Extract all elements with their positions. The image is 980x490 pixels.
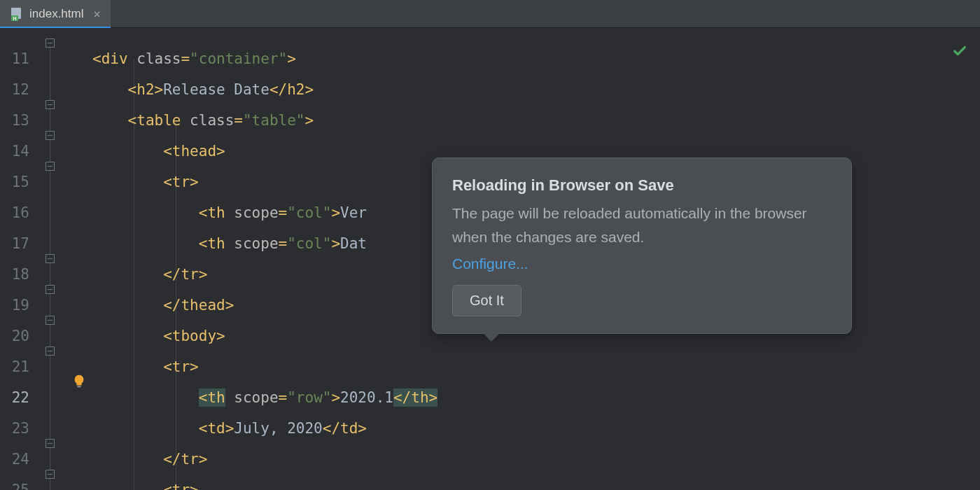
line-number[interactable]: 13 bbox=[0, 105, 39, 136]
code-line[interactable]: <th scope="row">2020.1</th> bbox=[92, 382, 980, 413]
html-file-icon: H bbox=[10, 7, 24, 21]
got-it-button[interactable]: Got It bbox=[452, 285, 522, 316]
line-number[interactable]: 18 bbox=[0, 259, 39, 290]
line-number[interactable]: 25 bbox=[0, 475, 39, 490]
code-line[interactable]: <td>July, 2020</td> bbox=[92, 413, 980, 444]
line-number[interactable]: 14 bbox=[0, 136, 39, 167]
code-line[interactable]: <div class="container"> bbox=[92, 43, 980, 74]
line-number[interactable]: 15 bbox=[0, 167, 39, 197]
code-line[interactable]: <tr> bbox=[92, 475, 980, 490]
fold-toggle-icon[interactable] bbox=[46, 100, 55, 109]
tooltip-tail bbox=[483, 333, 500, 342]
tab-index-html[interactable]: H index.html × bbox=[0, 0, 111, 28]
fold-toggle-icon[interactable] bbox=[46, 285, 55, 294]
line-number[interactable]: 24 bbox=[0, 444, 39, 475]
tooltip-title: Reloading in Browser on Save bbox=[452, 176, 832, 195]
tab-filename: index.html bbox=[29, 7, 83, 21]
fold-toggle-icon[interactable] bbox=[46, 316, 55, 325]
tooltip-body: The page will be reloaded automatically … bbox=[452, 202, 832, 248]
line-number[interactable]: 21 bbox=[0, 351, 39, 382]
fold-column[interactable] bbox=[39, 28, 66, 490]
intention-bulb-icon[interactable] bbox=[71, 374, 87, 389]
line-number[interactable]: 17 bbox=[0, 228, 39, 259]
code-line[interactable]: <tr> bbox=[92, 351, 980, 382]
line-number[interactable]: 19 bbox=[0, 290, 39, 321]
close-icon[interactable]: × bbox=[93, 7, 100, 21]
line-number[interactable]: 11 bbox=[0, 43, 39, 74]
line-number[interactable]: 12 bbox=[0, 74, 39, 105]
svg-text:H: H bbox=[13, 15, 16, 20]
line-number[interactable]: 20 bbox=[0, 321, 39, 351]
line-number[interactable]: 22 bbox=[0, 382, 39, 413]
line-number[interactable]: 23 bbox=[0, 413, 39, 444]
code-line[interactable]: </tr> bbox=[92, 444, 980, 475]
fold-toggle-icon[interactable] bbox=[46, 162, 55, 171]
configure-link[interactable]: Configure... bbox=[452, 255, 528, 272]
code-line[interactable]: <h2>Release Date</h2> bbox=[92, 74, 980, 105]
fold-toggle-icon[interactable] bbox=[46, 131, 55, 140]
fold-toggle-icon[interactable] bbox=[46, 470, 55, 479]
check-ok-icon[interactable] bbox=[952, 43, 967, 59]
fold-toggle-icon[interactable] bbox=[46, 346, 55, 356]
fold-toggle-icon[interactable] bbox=[46, 38, 55, 48]
fold-toggle-icon[interactable] bbox=[46, 439, 55, 448]
code-line[interactable]: <table class="table"> bbox=[92, 105, 980, 136]
fold-toggle-icon[interactable] bbox=[46, 254, 55, 263]
svg-rect-3 bbox=[77, 386, 81, 387]
tab-bar: H index.html × bbox=[0, 0, 980, 28]
line-number-gutter[interactable]: 111213141516171819202122232425 bbox=[0, 28, 39, 490]
annotation-column bbox=[66, 28, 92, 490]
line-number[interactable]: 16 bbox=[0, 197, 39, 228]
hint-tooltip: Reloading in Browser on Save The page wi… bbox=[432, 158, 852, 334]
